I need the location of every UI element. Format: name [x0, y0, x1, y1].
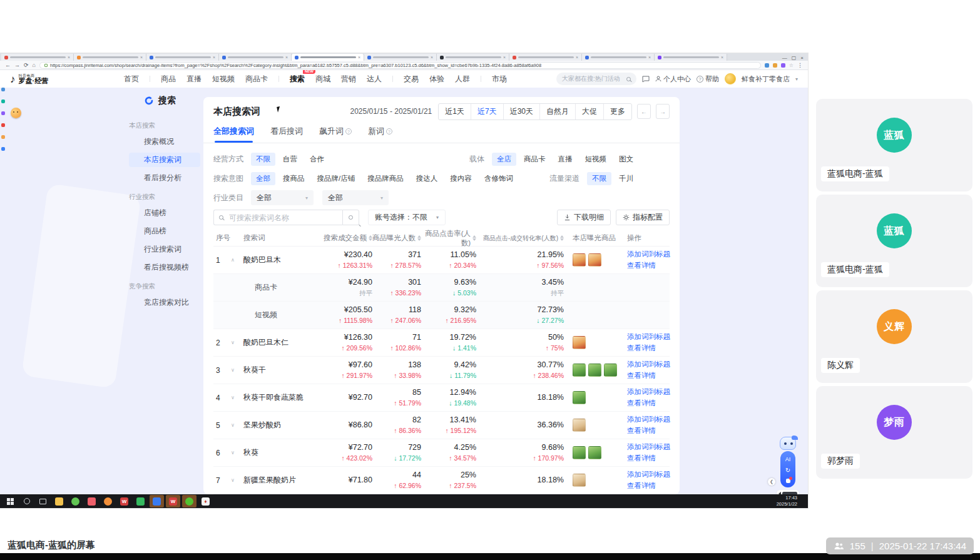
filter-chip[interactable]: 千川: [614, 172, 638, 185]
filter-chip[interactable]: 搜内容: [445, 172, 477, 185]
category-select-1[interactable]: 全部▾: [251, 190, 314, 205]
filter-chip[interactable]: 直播: [553, 153, 578, 166]
collapse-arrow-icon[interactable]: ❮: [768, 478, 775, 486]
sidebar-item-1-3[interactable]: 看后搜分析: [129, 171, 200, 185]
nav-item-1[interactable]: 首页: [124, 74, 139, 84]
filter-chip[interactable]: 商品卡: [519, 153, 551, 166]
keyword-search-input[interactable]: [213, 210, 342, 225]
category-select-2[interactable]: 全部▾: [322, 190, 389, 205]
forward-icon[interactable]: →: [14, 62, 20, 68]
side-panel-icon[interactable]: [1, 123, 5, 127]
filter-chip[interactable]: 搜品牌/店铺: [312, 172, 360, 185]
help-link[interactable]: ? 帮助: [697, 74, 719, 84]
task-view-taskbar-icon[interactable]: [36, 495, 50, 507]
tab-3[interactable]: 飙升词?: [319, 126, 352, 143]
nav-item-8[interactable]: 营销: [341, 74, 356, 84]
action-link-2[interactable]: 查看详情: [627, 481, 670, 491]
product-thumbnail[interactable]: [588, 446, 601, 459]
filter-chip[interactable]: 全店: [492, 153, 516, 166]
sidebar-item-2-4[interactable]: 看后搜视频榜: [129, 260, 200, 275]
floating-mascot-icon[interactable]: [11, 108, 21, 118]
ai-pill[interactable]: AI ↻: [780, 451, 795, 487]
firefox-taskbar-icon[interactable]: [101, 495, 115, 507]
filter-chip[interactable]: 不限: [587, 172, 611, 185]
filter-chip[interactable]: 含修饰词: [479, 172, 518, 185]
nav-item-2[interactable]: 商品: [161, 74, 176, 84]
tab-close-icon[interactable]: ×: [648, 55, 651, 59]
360-browser-taskbar-icon[interactable]: [68, 495, 83, 507]
tab-close-icon[interactable]: ×: [68, 55, 70, 59]
action-link-1[interactable]: 添加词到标题: [627, 387, 670, 397]
search-submit-button[interactable]: [342, 210, 359, 225]
side-panel-icon[interactable]: [1, 88, 5, 91]
product-thumbnail[interactable]: [573, 419, 586, 432]
tab-close-icon[interactable]: ×: [140, 55, 143, 59]
refresh-icon[interactable]: ↻: [785, 467, 790, 474]
date-prev-button[interactable]: ←: [637, 104, 651, 119]
browser-tab[interactable]: ×: [509, 54, 582, 61]
product-thumbnail[interactable]: [573, 474, 586, 487]
date-button-4[interactable]: 自然月: [540, 104, 576, 120]
close-icon[interactable]: ×: [800, 55, 804, 61]
file-explorer-taskbar-icon[interactable]: [52, 495, 66, 507]
action-link-2[interactable]: 查看详情: [627, 261, 670, 270]
side-panel-icon[interactable]: [1, 135, 5, 139]
tab-close-icon[interactable]: ×: [721, 55, 723, 59]
reload-icon[interactable]: ⟳: [24, 62, 29, 68]
participant-tile-3[interactable]: 义辉陈义辉: [816, 290, 972, 383]
action-link-1[interactable]: 添加词到标题: [627, 360, 670, 369]
filter-chip[interactable]: 搜品牌商品: [362, 172, 409, 185]
ai-assistant-widget[interactable]: ❮ AI ↻ ⊕ ×: [775, 437, 800, 494]
browser-tab[interactable]: ×: [146, 54, 219, 61]
nav-item-3[interactable]: 直播: [186, 74, 202, 84]
tab-2[interactable]: 看后搜词: [270, 126, 303, 143]
filter-chip[interactable]: 搜达人: [411, 172, 443, 185]
sidebar-item-1-1[interactable]: 搜索概况: [129, 135, 200, 149]
nav-item-10[interactable]: 交易: [404, 74, 419, 84]
product-thumbnail[interactable]: [573, 446, 586, 459]
account-select[interactable]: 账号选择：不限 ▾: [368, 210, 446, 225]
maximize-icon[interactable]: ▢: [792, 55, 797, 61]
action-link-1[interactable]: 添加词到标题: [627, 470, 670, 479]
back-icon[interactable]: ←: [5, 62, 11, 68]
action-link-2[interactable]: 查看详情: [627, 426, 670, 435]
personal-center-link[interactable]: 个人中心: [655, 74, 691, 84]
tab-1[interactable]: 全部搜索词: [213, 126, 254, 143]
filter-chip[interactable]: 图文: [614, 153, 638, 166]
tab-close-icon[interactable]: ×: [503, 55, 506, 59]
expand-caret-icon[interactable]: ∨: [231, 340, 235, 345]
nav-item-9[interactable]: 达人: [367, 74, 382, 84]
expand-caret-icon[interactable]: ∨: [231, 450, 235, 456]
filter-chip[interactable]: 全部: [251, 172, 275, 185]
expand-caret-icon[interactable]: ∨: [231, 477, 235, 483]
date-button-2[interactable]: 近7天: [471, 104, 504, 120]
browser-menu-icon[interactable]: ⋮: [797, 62, 803, 68]
nav-item-13[interactable]: 市场: [492, 74, 507, 84]
ai-robot-icon[interactable]: [780, 437, 796, 450]
product-thumbnail[interactable]: [573, 364, 586, 377]
participant-tile-2[interactable]: 蓝狐蓝狐电商-蓝狐: [816, 195, 972, 287]
green-app-taskbar-icon[interactable]: [133, 495, 148, 507]
browser-tab[interactable]: ×: [1, 54, 74, 61]
product-thumbnail[interactable]: [573, 391, 586, 404]
filter-chip[interactable]: 自营: [278, 153, 302, 166]
expand-caret-icon[interactable]: ∨: [231, 367, 235, 373]
message-icon[interactable]: [642, 76, 650, 83]
participant-tile-4[interactable]: 梦雨郭梦雨: [816, 386, 972, 479]
store-name[interactable]: 鲜食补丁零食店: [742, 74, 790, 84]
tab-close-icon[interactable]: ×: [213, 55, 215, 59]
bookmark-star-icon[interactable]: ☆: [789, 63, 794, 68]
filter-chip[interactable]: 短视频: [580, 153, 612, 166]
nav-item-6[interactable]: 搜索NEW: [290, 74, 305, 84]
expand-caret-icon[interactable]: ∧: [231, 257, 235, 263]
tab-close-icon[interactable]: ×: [431, 55, 433, 59]
expand-caret-icon[interactable]: ∨: [231, 422, 235, 428]
date-button-3[interactable]: 近30天: [504, 104, 540, 120]
sidebar-item-3-1[interactable]: 竞店搜索对比: [129, 295, 200, 310]
side-panel-icon[interactable]: [1, 147, 5, 151]
browser-tab[interactable]: ×: [437, 54, 509, 61]
chevron-down-icon[interactable]: ▾: [795, 76, 798, 82]
wechat-taskbar-icon[interactable]: [182, 495, 197, 507]
address-bar[interactable]: https://compass.jinritemai.com/shop/sear…: [39, 62, 761, 69]
product-thumbnail[interactable]: [573, 253, 586, 267]
